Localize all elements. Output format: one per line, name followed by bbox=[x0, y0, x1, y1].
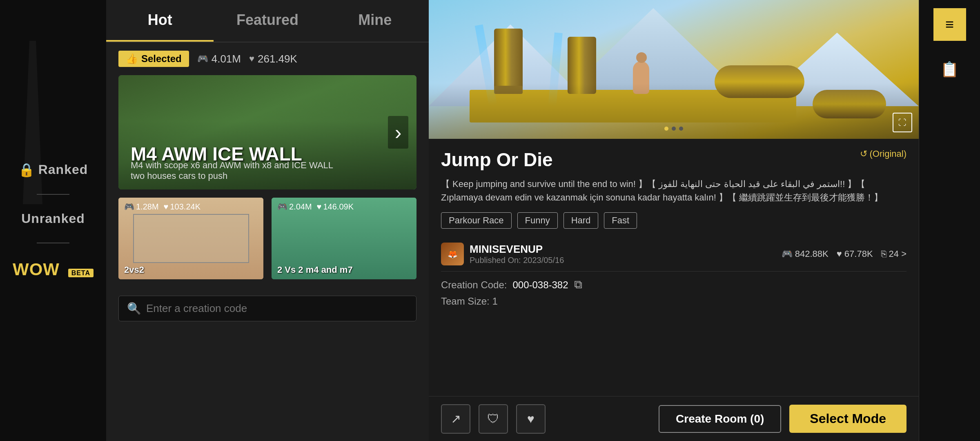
shield-button[interactable]: 🛡 bbox=[479, 404, 508, 434]
heart-icon-action: ♥ bbox=[527, 412, 535, 426]
tab-hot[interactable]: Hot bbox=[106, 0, 214, 42]
creator-avatar: 🦊 bbox=[441, 243, 464, 265]
small-like-count-0: 103.24K bbox=[170, 202, 200, 212]
tag-parkour[interactable]: Parkour Race bbox=[441, 212, 512, 229]
small-play-stat-1: 🎮 2.04M bbox=[277, 202, 312, 212]
thumb-icon: 👍 bbox=[126, 53, 138, 65]
creator-text: MINISEVENUP Published On: 2023/05/16 bbox=[470, 243, 564, 265]
selected-badge: 👍 Selected bbox=[118, 51, 189, 67]
small-play-count-1: 2.04M bbox=[289, 202, 312, 212]
search-icon: 🔍 bbox=[127, 302, 141, 315]
create-room-button[interactable]: Create Room (0) bbox=[659, 405, 781, 433]
selected-label: Selected bbox=[141, 53, 182, 65]
creation-code-value: 000-038-382 bbox=[512, 279, 568, 291]
like-count-stat: ♥ 261.49K bbox=[249, 53, 297, 65]
creator-play-stat: 🎮 842.88K bbox=[782, 249, 829, 259]
small-like-stat-0: ♥ 103.24K bbox=[164, 202, 200, 212]
shield-icon: 🛡 bbox=[487, 412, 499, 426]
creator-share-count: 24 > bbox=[889, 249, 906, 259]
small-cards-grid: 🎮 1.28M ♥ 103.24K 2vs2 🎮 2.04M bbox=[106, 189, 429, 287]
doc-view-button[interactable]: 📋 bbox=[933, 53, 966, 86]
preview-dots bbox=[664, 127, 683, 131]
right-panel: ⛶ Jump Or Die ↺ (Original) 【 Keep jumpin… bbox=[429, 0, 919, 441]
gamepad-icon-sm-0: 🎮 bbox=[124, 202, 134, 212]
team-size-label: Team Size: 1 bbox=[441, 296, 906, 307]
unranked-label: Unranked bbox=[21, 211, 85, 226]
featured-card[interactable]: M4 AWM ICE WALL M4 with scope x6 and AWM… bbox=[118, 75, 416, 189]
list-icon: ≡ bbox=[945, 16, 954, 33]
heart-icon-sm-0: ♥ bbox=[164, 202, 169, 212]
next-arrow-button[interactable]: › bbox=[388, 116, 408, 149]
dot-1[interactable] bbox=[664, 127, 668, 131]
dot-3[interactable] bbox=[679, 127, 683, 131]
creator-info: 🦊 MINISEVENUP Published On: 2023/05/16 bbox=[441, 243, 564, 265]
share-button[interactable]: ↗ bbox=[441, 404, 470, 434]
tag-hard[interactable]: Hard bbox=[564, 212, 599, 229]
game-preview: ⛶ bbox=[429, 0, 919, 139]
search-input[interactable] bbox=[146, 302, 408, 315]
refresh-icon: ↺ bbox=[860, 149, 867, 159]
play-count-value: 4.01M bbox=[212, 53, 241, 65]
heart-icon-stat: ♥ bbox=[249, 53, 254, 64]
tab-mine[interactable]: Mine bbox=[321, 0, 429, 42]
share-icon-creator: ⎘ bbox=[881, 249, 886, 259]
ranked-label: Ranked bbox=[38, 162, 88, 177]
avatar-image: 🦊 bbox=[441, 243, 464, 265]
main-content: Hot Featured Mine 👍 Selected 🎮 4.01M ♥ 2… bbox=[106, 0, 429, 441]
action-icons: ↗ 🛡 ♥ bbox=[441, 404, 546, 434]
creator-share-stat: ⎘ 24 > bbox=[881, 249, 906, 259]
creation-code-row: Creation Code: 000-038-382 ⧉ bbox=[441, 278, 906, 292]
like-count-value: 261.49K bbox=[258, 53, 297, 65]
select-mode-button[interactable]: Select Mode bbox=[789, 405, 906, 433]
map-pattern-1 bbox=[133, 214, 249, 263]
favorite-button[interactable]: ♥ bbox=[516, 404, 546, 434]
gamepad-icon-sm-1: 🎮 bbox=[277, 202, 287, 212]
dot-2[interactable] bbox=[672, 127, 676, 131]
creator-play-count: 842.88K bbox=[795, 249, 829, 259]
small-card-0[interactable]: 🎮 1.28M ♥ 103.24K 2vs2 bbox=[118, 198, 263, 279]
creator-row: 🦊 MINISEVENUP Published On: 2023/05/16 🎮… bbox=[441, 237, 906, 272]
small-card-label-1: 2 Vs 2 m4 and m7 bbox=[277, 265, 353, 275]
copy-icon[interactable]: ⧉ bbox=[574, 278, 582, 292]
sidebar-divider-2 bbox=[37, 243, 69, 243]
top-right-panel: ≡ 📋 bbox=[919, 0, 980, 441]
tags-container: Parkour Race Funny Hard Fast bbox=[441, 212, 906, 229]
small-like-count-1: 146.09K bbox=[323, 202, 354, 212]
creation-code-label: Creation Code: bbox=[441, 279, 507, 291]
tabs-bar: Hot Featured Mine bbox=[106, 0, 429, 42]
small-like-stat-1: ♥ 146.09K bbox=[317, 202, 354, 212]
sidebar-divider-1 bbox=[37, 194, 69, 195]
small-play-count-0: 1.28M bbox=[136, 202, 159, 212]
play-count-stat: 🎮 4.01M bbox=[197, 53, 241, 65]
game-title: Jump Or Die bbox=[441, 149, 553, 171]
small-card-label-0: 2vs2 bbox=[124, 265, 144, 275]
small-play-stat-0: 🎮 1.28M bbox=[124, 202, 159, 212]
expand-button[interactable]: ⛶ bbox=[893, 113, 912, 132]
tag-funny[interactable]: Funny bbox=[517, 212, 558, 229]
sidebar-item-ranked[interactable]: 🔒 Ranked bbox=[18, 162, 88, 178]
bottom-bar: ↗ 🛡 ♥ Create Room (0) Select Mode bbox=[429, 396, 919, 441]
sidebar: 🔒 Ranked Unranked WOW BETA bbox=[0, 0, 106, 441]
sidebar-item-wow[interactable]: WOW BETA bbox=[13, 260, 94, 279]
search-bar[interactable]: 🔍 bbox=[118, 296, 416, 321]
lock-icon: 🔒 bbox=[18, 162, 35, 178]
game-description: 【 Keep jumping and survive until the end… bbox=[441, 177, 906, 204]
right-actions: Create Room (0) Select Mode bbox=[659, 405, 906, 433]
small-card-1[interactable]: 🎮 2.04M ♥ 146.09K 2 Vs 2 m4 and m7 bbox=[272, 198, 416, 279]
tag-fast[interactable]: Fast bbox=[604, 212, 637, 229]
creator-like-stat: ♥ 67.78K bbox=[837, 249, 873, 259]
list-view-button[interactable]: ≡ bbox=[933, 8, 966, 41]
original-label: (Original) bbox=[870, 149, 906, 159]
creator-name: MINISEVENUP bbox=[470, 243, 564, 256]
info-bar: 👍 Selected 🎮 4.01M ♥ 261.49K bbox=[106, 42, 429, 75]
heart-icon-creator: ♥ bbox=[837, 249, 842, 259]
sidebar-item-unranked[interactable]: Unranked bbox=[21, 211, 85, 226]
beta-badge: BETA bbox=[68, 269, 94, 277]
small-card-stats-1: 🎮 2.04M ♥ 146.09K bbox=[277, 202, 354, 212]
tab-featured[interactable]: Featured bbox=[214, 0, 321, 42]
original-badge: ↺ (Original) bbox=[860, 149, 906, 159]
preview-overlay bbox=[429, 0, 919, 139]
creator-date: Published On: 2023/05/16 bbox=[470, 256, 564, 265]
wow-label: WOW bbox=[13, 260, 60, 279]
share-icon: ↗ bbox=[451, 412, 461, 426]
